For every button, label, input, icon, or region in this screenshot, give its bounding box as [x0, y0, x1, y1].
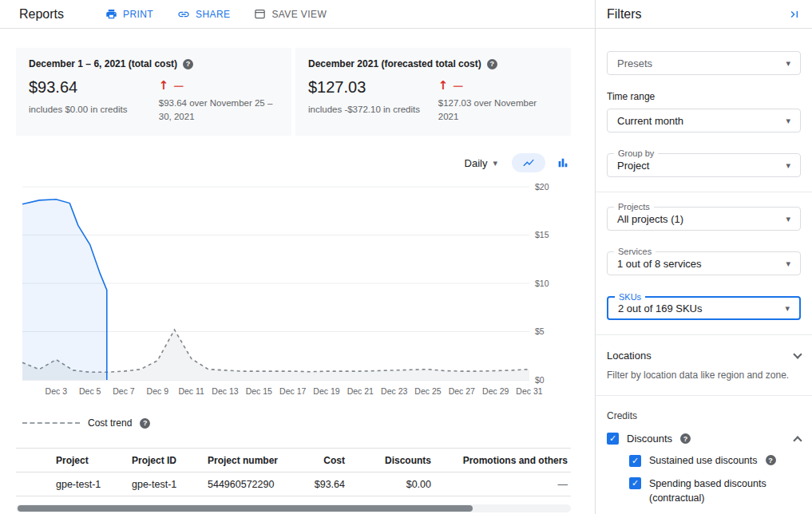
svg-text:Dec 9: Dec 9 — [147, 386, 169, 396]
col-project-number[interactable]: Project number — [208, 455, 299, 466]
projects-value: All projects (1) — [617, 213, 683, 225]
discounts-label: Discounts — [627, 433, 672, 445]
divider — [596, 192, 812, 192]
help-icon[interactable]: ? — [680, 433, 691, 444]
svg-text:$5: $5 — [535, 326, 545, 336]
forecast-delta-note: $127.03 over November 2021 — [438, 97, 558, 123]
cell-cost: $93.64 — [299, 479, 345, 490]
spending-discounts-checkbox[interactable]: ✓ — [629, 477, 641, 489]
credits-section-label: Credits — [607, 410, 801, 421]
forecast-cost-card: December 2021 (forecasted total cost) ? … — [295, 48, 571, 136]
col-cost[interactable]: Cost — [299, 455, 345, 466]
time-range-value: Current month — [617, 115, 683, 127]
cost-chart-canvas: $0$5$10$15$20Dec 3Dec 5Dec 7Dec 9Dec 11D… — [16, 176, 571, 409]
interval-select[interactable]: Daily ▾ — [465, 157, 497, 169]
cell-promotions: — — [431, 479, 571, 490]
col-project-id[interactable]: Project ID — [132, 455, 208, 466]
main-content: Reports PRINT SHARE — [0, 0, 595, 514]
help-icon[interactable]: ? — [140, 418, 150, 429]
line-chart-toggle[interactable] — [512, 153, 545, 172]
page-title: Reports — [19, 7, 64, 22]
divider — [596, 334, 812, 335]
line-chart-icon — [521, 156, 536, 169]
services-label: Services — [614, 247, 656, 257]
svg-text:Dec 31: Dec 31 — [516, 386, 542, 396]
svg-text:Dec 11: Dec 11 — [178, 386, 204, 396]
cost-increase-icon: ↑ — [159, 78, 169, 93]
chevron-up-icon[interactable] — [793, 436, 802, 445]
projects-select[interactable]: Projects All projects (1) ▾ — [607, 207, 801, 231]
save-view-label: SAVE VIEW — [271, 9, 327, 20]
group-by-select[interactable]: Group by Project ▾ — [607, 153, 801, 177]
toolbar-buttons: PRINT SHARE SAVE VIEW — [105, 8, 327, 21]
col-discounts[interactable]: Discounts — [345, 455, 431, 466]
presets-select[interactable]: Presets ▾ — [607, 51, 801, 75]
trend-dash-icon: — — [173, 80, 184, 92]
check-icon: ✓ — [609, 434, 616, 443]
cost-trend-dash-sample — [22, 422, 80, 424]
horizontal-scrollbar[interactable] — [16, 504, 571, 512]
discounts-filter-row: ✓ Discounts ? — [607, 433, 801, 445]
help-icon[interactable]: ? — [766, 455, 776, 465]
cell-project-number: 544960572290 — [208, 479, 299, 490]
col-project[interactable]: Project — [56, 455, 132, 466]
skus-select[interactable]: SKUs 2 out of 169 SKUs ▾ — [607, 296, 801, 320]
chevron-down-icon: ▾ — [786, 161, 790, 170]
skus-value: 2 out of 169 SKUs — [618, 302, 703, 314]
svg-text:$10: $10 — [535, 279, 549, 288]
svg-text:Dec 17: Dec 17 — [279, 386, 306, 396]
sustained-discounts-row: ✓ Sustained use discounts ? — [629, 455, 801, 467]
total-cost-card: December 1 – 6, 2021 (total cost) ? $93.… — [16, 48, 291, 136]
forecast-card-title: December 2021 (forecasted total cost) — [308, 58, 481, 69]
sustained-discounts-label: Sustained use discounts — [649, 455, 758, 466]
svg-text:Dec 29: Dec 29 — [482, 386, 509, 396]
total-cost-amount: $93.64 — [29, 78, 159, 97]
table-row[interactable]: gpe-test-1 gpe-test-1 544960572290 $93.6… — [16, 472, 571, 496]
share-link-icon — [177, 8, 190, 21]
locations-label: Locations — [607, 350, 652, 362]
print-icon — [105, 8, 117, 20]
skus-label: SKUs — [615, 292, 645, 302]
time-range-label: Time range — [607, 91, 801, 102]
reports-body: December 1 – 6, 2021 (total cost) ? $93.… — [0, 29, 595, 512]
chevron-down-icon: ▾ — [786, 259, 790, 268]
chevron-down-icon: ▾ — [786, 215, 790, 223]
services-select[interactable]: Services 1 out of 8 services ▾ — [607, 251, 801, 275]
check-icon: ✓ — [632, 457, 639, 465]
forecast-credits-note: includes -$372.10 in credits — [308, 105, 438, 114]
print-button[interactable]: PRINT — [105, 8, 153, 20]
bar-chart-icon — [557, 156, 569, 169]
discounts-checkbox[interactable]: ✓ — [607, 433, 619, 445]
collapse-panel-icon[interactable] — [788, 8, 801, 21]
svg-text:Dec 7: Dec 7 — [113, 386, 135, 396]
svg-text:Dec 13: Dec 13 — [212, 386, 238, 396]
help-icon[interactable]: ? — [487, 59, 497, 69]
spending-discounts-label: Spending based discounts (contractual) — [649, 477, 769, 505]
total-cost-card-title: December 1 – 6, 2021 (total cost) — [29, 58, 177, 69]
bar-chart-toggle[interactable] — [555, 155, 571, 171]
help-icon[interactable]: ? — [183, 59, 193, 69]
reports-toolbar: Reports PRINT SHARE — [0, 0, 595, 29]
forecast-amount: $127.03 — [308, 78, 438, 97]
locations-expander[interactable]: Locations — [607, 350, 801, 362]
interval-value: Daily — [465, 157, 488, 169]
svg-text:Dec 21: Dec 21 — [347, 386, 374, 396]
svg-text:Dec 27: Dec 27 — [449, 386, 475, 396]
svg-text:Dec 5: Dec 5 — [79, 386, 101, 396]
trend-dash-icon: — — [453, 80, 463, 92]
filters-body: Presets ▾ Time range Current month ▾ Gro… — [596, 29, 812, 514]
spending-discounts-row: ✓ Spending based discounts (contractual) — [629, 477, 801, 505]
cost-summary-cards: December 1 – 6, 2021 (total cost) ? $93.… — [16, 48, 571, 136]
total-cost-credits-note: includes $0.00 in credits — [29, 105, 159, 114]
sustained-discounts-checkbox[interactable]: ✓ — [629, 455, 641, 467]
share-button[interactable]: SHARE — [177, 8, 230, 21]
chart-legend: Cost trend ? — [16, 417, 571, 429]
billing-reports-page: Reports PRINT SHARE — [0, 0, 812, 514]
table-header-row: Project Project ID Project number Cost D… — [16, 449, 571, 472]
col-promotions[interactable]: Promotions and others — [431, 455, 571, 466]
save-view-button[interactable]: SAVE VIEW — [254, 8, 327, 20]
cost-trend-legend-label: Cost trend — [88, 417, 132, 429]
chevron-down-icon — [793, 350, 802, 358]
scrollbar-thumb[interactable] — [18, 505, 473, 512]
time-range-select[interactable]: Current month ▾ — [607, 109, 801, 132]
